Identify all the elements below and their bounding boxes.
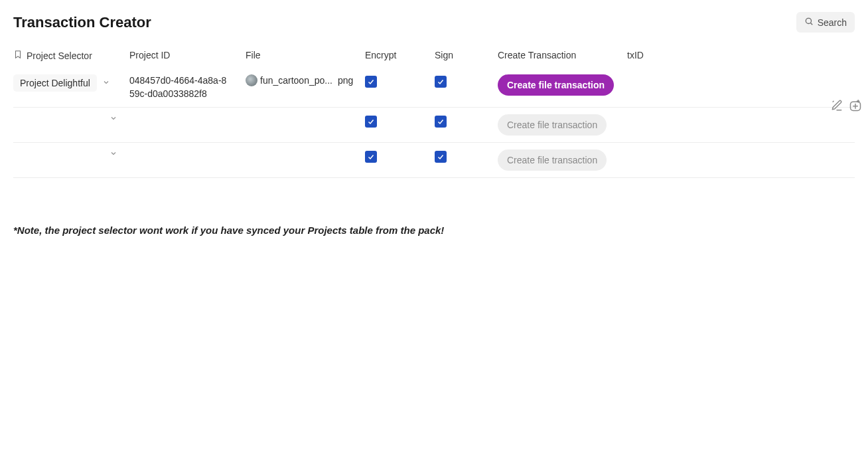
col-project-id: Project ID xyxy=(129,50,246,60)
file-cell: fun_cartoon_po... png xyxy=(246,74,365,86)
side-actions xyxy=(830,98,863,113)
create-file-transaction-button[interactable]: Create file transaction xyxy=(498,74,614,96)
chevron-down-icon[interactable] xyxy=(109,149,117,157)
table-row: Project Delightful048457d0-4664-4a8a-859… xyxy=(13,68,855,108)
encrypt-cell xyxy=(365,74,435,88)
transactions-table: Project Selector Project ID File Encrypt… xyxy=(13,45,855,178)
page-title: Transaction Creator xyxy=(13,14,151,31)
file-ext: png xyxy=(338,75,353,86)
encrypt-cell xyxy=(365,114,435,128)
chevron-down-icon[interactable] xyxy=(109,114,117,122)
table-header: Project Selector Project ID File Encrypt… xyxy=(13,45,855,68)
project-selector-cell xyxy=(13,149,129,157)
create-tx-cell: Create file transaction xyxy=(498,74,627,96)
encrypt-checkbox[interactable] xyxy=(365,151,377,163)
col-encrypt: Encrypt xyxy=(365,50,435,60)
search-label: Search xyxy=(818,17,847,28)
col-sign: Sign xyxy=(435,50,498,60)
encrypt-cell xyxy=(365,149,435,163)
project-selector-cell: Project Delightful xyxy=(13,74,129,92)
sign-cell xyxy=(435,149,498,163)
col-create-tx: Create Transaction xyxy=(498,50,627,60)
bookmark-icon xyxy=(13,50,23,61)
svg-line-1 xyxy=(810,23,812,25)
sign-cell xyxy=(435,74,498,88)
file-name: fun_cartoon_po... xyxy=(260,75,332,86)
col-txid: txID xyxy=(627,50,720,60)
sign-checkbox[interactable] xyxy=(435,151,447,163)
create-file-transaction-button: Create file transaction xyxy=(498,149,607,171)
table-row: Create file transaction xyxy=(13,143,855,178)
footnote: *Note, the project selector wont work if… xyxy=(13,225,855,236)
create-file-transaction-button: Create file transaction xyxy=(498,114,607,136)
col-project-selector: Project Selector xyxy=(13,50,129,61)
add-icon[interactable] xyxy=(848,98,863,113)
create-tx-cell: Create file transaction xyxy=(498,114,627,136)
chevron-down-icon[interactable] xyxy=(102,78,110,86)
col-file: File xyxy=(246,50,365,60)
project-selector-cell xyxy=(13,114,129,122)
search-button[interactable]: Search xyxy=(796,12,855,33)
table-row: Create file transaction xyxy=(13,108,855,143)
search-icon xyxy=(804,17,814,28)
sign-cell xyxy=(435,114,498,128)
file-thumb-icon xyxy=(246,74,257,86)
sign-checkbox[interactable] xyxy=(435,76,447,88)
create-tx-cell: Create file transaction xyxy=(498,149,627,171)
project-chip[interactable]: Project Delightful xyxy=(13,74,97,92)
svg-point-0 xyxy=(806,18,811,23)
sign-checkbox[interactable] xyxy=(435,116,447,128)
project-id: 048457d0-4664-4a8a-859c-d0a0033882f8 xyxy=(129,74,236,100)
encrypt-checkbox[interactable] xyxy=(365,76,377,88)
encrypt-checkbox[interactable] xyxy=(365,116,377,128)
edit-icon[interactable] xyxy=(830,98,844,113)
